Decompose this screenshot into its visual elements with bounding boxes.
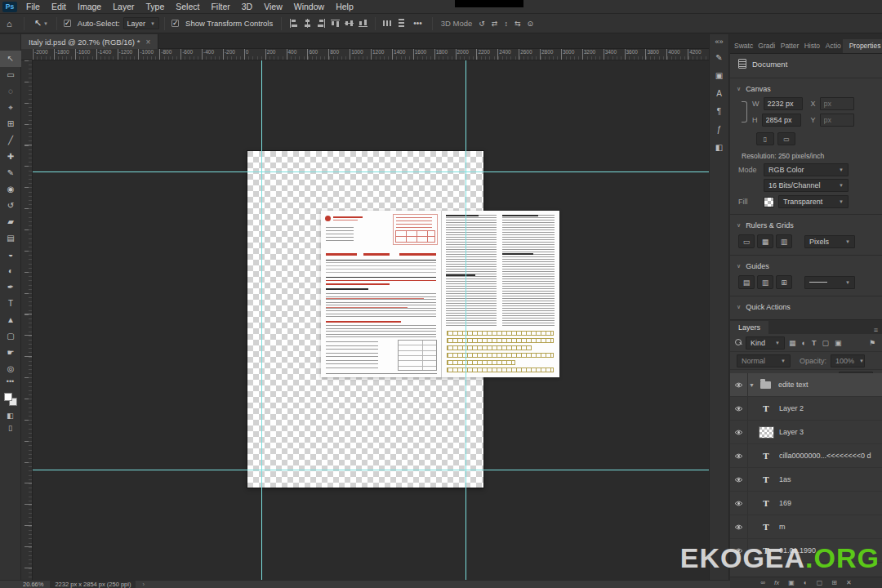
current-tool-icon[interactable]: ↖ bbox=[29, 18, 43, 29]
align-vertical-centers-icon[interactable] bbox=[343, 17, 355, 29]
3d-slide-icon[interactable]: ⇆ bbox=[511, 20, 524, 28]
height-input[interactable] bbox=[762, 114, 801, 127]
brush-settings-panel-icon[interactable]: ✎ bbox=[710, 49, 728, 67]
menu-item[interactable]: Layer bbox=[107, 0, 140, 14]
adjustment-layer-icon[interactable]: ◐ bbox=[804, 577, 808, 588]
rulers-grids-section-header[interactable]: ∨ Rulers & Grids bbox=[730, 219, 882, 232]
pen-tool[interactable]: ✒ bbox=[0, 279, 21, 296]
edit-toolbar-icon[interactable]: ••• bbox=[7, 377, 14, 389]
show-transform-checkbox[interactable] bbox=[172, 20, 179, 27]
marquee-tool[interactable]: ▭ bbox=[0, 67, 21, 83]
zoom-tool[interactable]: ◎ bbox=[0, 361, 21, 377]
shape-tool[interactable]: ▢ bbox=[0, 328, 21, 345]
menu-item[interactable]: Edit bbox=[46, 0, 72, 14]
distribute-horizontal-icon[interactable] bbox=[381, 17, 394, 29]
type-tool[interactable]: T bbox=[0, 296, 21, 312]
menu-item[interactable]: 3D bbox=[236, 0, 258, 14]
quick-selection-tool[interactable]: ⌖ bbox=[0, 100, 21, 116]
screen-mode-icon[interactable]: ▯ bbox=[8, 422, 12, 434]
zoom-level[interactable]: 20.66% bbox=[23, 581, 43, 588]
panel-tab[interactable]: Patter bbox=[777, 39, 800, 53]
ruler-corner[interactable] bbox=[21, 49, 33, 60]
clone-source-panel-icon[interactable]: ▣ bbox=[710, 67, 728, 85]
menu-item[interactable]: Type bbox=[140, 0, 170, 14]
landscape-orientation-button[interactable]: ▭ bbox=[777, 132, 795, 145]
panel-menu-icon[interactable]: ≡ bbox=[870, 326, 882, 334]
hand-tool[interactable]: ☛ bbox=[0, 345, 21, 361]
libraries-panel-icon[interactable]: ◧ bbox=[710, 139, 728, 157]
panel-tab[interactable]: Swatc bbox=[730, 39, 754, 53]
layer-effects-icon[interactable]: fx bbox=[774, 577, 779, 588]
vertical-guide[interactable] bbox=[466, 60, 466, 580]
close-icon[interactable]: × bbox=[145, 38, 150, 47]
align-horizontal-centers-icon[interactable] bbox=[301, 17, 314, 29]
bit-depth-dropdown[interactable]: 16 Bits/Channel ▼ bbox=[764, 179, 849, 192]
visibility-eye-icon[interactable] bbox=[730, 397, 748, 420]
home-icon[interactable]: ⌂ bbox=[0, 19, 19, 29]
character-panel-icon[interactable]: A bbox=[710, 85, 728, 103]
path-selection-tool[interactable]: ▲ bbox=[0, 312, 21, 328]
blur-tool[interactable]: ◒ bbox=[0, 247, 21, 263]
history-brush-tool[interactable]: ↺ bbox=[0, 198, 21, 214]
menu-item[interactable]: Help bbox=[330, 0, 359, 14]
toggle-grid-button[interactable]: ▦ bbox=[757, 234, 773, 248]
align-right-edges-icon[interactable] bbox=[315, 17, 327, 29]
move-tool[interactable]: ↖ bbox=[0, 51, 21, 67]
m[interactable]: ▼ T m bbox=[730, 515, 882, 539]
menu-item[interactable]: Filter bbox=[205, 0, 235, 14]
169[interactable]: ▼ T 169 bbox=[730, 492, 882, 515]
menu-item[interactable]: Select bbox=[170, 0, 205, 14]
menu-item[interactable]: File bbox=[20, 0, 46, 14]
add-mask-icon[interactable]: ▣ bbox=[788, 577, 795, 588]
width-input[interactable] bbox=[764, 97, 803, 110]
delete-layer-icon[interactable]: ✕ bbox=[846, 577, 852, 588]
group-disclosure-icon[interactable]: ▼ bbox=[748, 382, 755, 388]
dodge-tool[interactable]: ◐ bbox=[0, 263, 21, 279]
guide-style-dropdown[interactable]: ▼ bbox=[804, 276, 855, 289]
visibility-eye-icon[interactable] bbox=[730, 492, 748, 514]
3d-scale-icon[interactable]: ⊙ bbox=[523, 20, 537, 28]
distribute-vertical-icon[interactable] bbox=[395, 17, 408, 29]
vertical-guide[interactable] bbox=[261, 60, 262, 580]
toggle-rulers-button[interactable]: ▭ bbox=[738, 234, 755, 248]
visibility-eye-icon[interactable] bbox=[730, 421, 748, 443]
horizontal-ruler[interactable]: -2000-1800-1600-1400-1200-1000-800-600-4… bbox=[33, 49, 709, 60]
3d-pan-icon[interactable]: ↕ bbox=[501, 20, 511, 28]
document-tab[interactable]: Italy id.psd @ 20.7% (RGB/16) * × bbox=[21, 34, 158, 49]
toggle-snap-button[interactable]: ▥ bbox=[776, 234, 792, 248]
visibility-eye-icon[interactable] bbox=[730, 444, 748, 467]
visibility-eye-icon[interactable] bbox=[730, 515, 748, 538]
status-chevron-icon[interactable]: › bbox=[142, 581, 145, 588]
menu-item[interactable]: Image bbox=[72, 0, 107, 14]
Layer 3[interactable]: ▼ T Layer 3 bbox=[730, 421, 882, 444]
gradient-tool[interactable]: ▤ bbox=[0, 230, 21, 247]
Layer 2[interactable]: ▼ T Layer 2 bbox=[730, 397, 882, 421]
panel-tab[interactable]: Gradi bbox=[754, 39, 776, 53]
eyedropper-tool[interactable]: ╱ bbox=[0, 132, 21, 149]
clone-stamp-tool[interactable]: ◉ bbox=[0, 181, 21, 198]
quick-mask-icon[interactable]: ◧ bbox=[7, 410, 14, 422]
align-left-edges-icon[interactable] bbox=[287, 17, 300, 29]
filter-shape-layers-icon[interactable]: ▢ bbox=[820, 339, 831, 347]
blend-mode-dropdown[interactable]: Normal ▼ bbox=[737, 354, 791, 368]
1as[interactable]: ▼ T 1as bbox=[730, 468, 882, 492]
new-layer-icon[interactable]: ⊞ bbox=[831, 577, 837, 588]
opacity-dropdown[interactable]: 100% ▼ bbox=[831, 354, 865, 368]
filter-type-layers-icon[interactable]: T bbox=[810, 339, 818, 347]
tool-preset-caret-icon[interactable]: ▼ bbox=[43, 21, 48, 26]
more-options-icon[interactable]: ••• bbox=[408, 19, 427, 28]
filter-kind-dropdown[interactable]: Kind ▼ bbox=[746, 336, 785, 350]
panel-tab[interactable]: Properties bbox=[843, 39, 882, 53]
link-layers-icon[interactable]: ∞ bbox=[760, 577, 765, 588]
brush-tool[interactable]: ✎ bbox=[0, 165, 21, 181]
new-group-icon[interactable]: ▢ bbox=[817, 577, 823, 588]
filter-smart-objects-icon[interactable]: ▣ bbox=[833, 339, 844, 347]
paragraph-panel-icon[interactable]: ¶ bbox=[710, 103, 728, 121]
visibility-eye-icon[interactable] bbox=[730, 468, 748, 491]
filter-adjustment-layers-icon[interactable]: ◐ bbox=[800, 339, 808, 347]
filter-pixel-layers-icon[interactable]: ▦ bbox=[787, 339, 798, 347]
collapse-panels-icon[interactable]: «» bbox=[715, 34, 723, 49]
eraser-tool[interactable]: ▰ bbox=[0, 214, 21, 230]
healing-brush-tool[interactable]: ✚ bbox=[0, 149, 21, 165]
quick-actions-section-header[interactable]: ∨ Quick Actions bbox=[730, 301, 882, 314]
